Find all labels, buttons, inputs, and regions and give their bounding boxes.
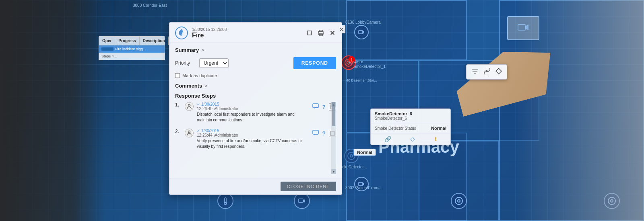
priority-label: Priority [175,60,195,66]
smoke-popup-warning-icon[interactable]: ℹ [435,136,437,142]
incident-row[interactable]: Fire incident trigg... [99,45,165,53]
step-2-content: ✓ 1/30/2015 12:26:44 \Administrator Veri… [197,129,309,149]
smoke-detector-popup: SmokeDetector_6 SmokeDetector_6 Smoke De… [370,108,451,145]
tab-oper[interactable]: Oper [99,37,115,45]
comments-label: Comments [175,83,202,89]
response-steps-label: Response Steps [175,93,336,99]
summary-label: Summary [175,47,199,53]
comments-arrow[interactable]: > [204,83,207,89]
svg-marker-26 [496,68,502,74]
respond-button[interactable]: RESPOND [293,57,336,69]
ncya-label: ácyAn. [348,60,359,64]
steps-indicator: Steps 4... [99,53,165,60]
bottom-icon-thermo[interactable] [217,193,233,209]
priority-row: Priority Urgent High Normal Low RESPOND [175,57,336,69]
step-1-content: ✓ 1/30/2015 12:26:40 \Administrator Disp… [197,102,309,123]
svg-rect-18 [313,104,318,108]
cam-label-corridor: 3000 Corridor-East [133,3,167,8]
modal-header: 1/30/2015 12:26:08 Fire ✕ [169,23,342,43]
normal-badge: Normal [353,149,376,156]
duplicate-row: Mark as duplicate [175,73,336,78]
camera-icon-lobby[interactable] [354,25,369,39]
svg-point-12 [181,34,182,36]
cam-label-lobby: 8136 LobbyCamera [345,20,381,25]
smokedet1-label: SmokeDetector_1 [353,64,386,69]
step-2-date: ✓ 1/30/2015 [197,129,309,133]
smoke-popup-title: SmokeDetector_6 [375,111,446,116]
modal-title: Fire [192,32,301,39]
progress-bar [101,47,114,51]
step-1-avatar [185,102,194,111]
step-2-user: 12:26:44 \Administrator [197,133,309,137]
svg-point-20 [188,131,190,133]
basementstor-label: 40 BasementStor... [346,78,377,82]
smoke-status-row: Smoke Detector Status Normal [375,126,446,131]
step-1-chat-icon[interactable] [312,103,319,110]
step-2-number: 2. [175,129,182,134]
smoke-popup-diamond-icon[interactable]: ◇ [411,136,415,142]
diamond-icon[interactable] [495,68,502,76]
duplicate-checkbox[interactable] [175,73,180,78]
step-2-avatar [185,129,194,137]
step-2: 2. ✓ 1/30/2015 12:26:44 \Administrator [175,129,336,149]
comments-row: Comments > [175,83,336,89]
svg-rect-21 [313,130,318,134]
svg-rect-16 [319,30,322,32]
svg-rect-0 [359,31,363,34]
outer-close-button[interactable]: ✕ [337,25,345,33]
step-1-text: Dispatch local first responders to inves… [197,112,309,123]
scroll-track: ▲ ▼ [331,102,336,174]
modal-close-button[interactable]: ✕ [328,29,336,37]
tab-progress[interactable]: Progress [115,37,139,45]
modal-body: Summary > Priority Urgent High Normal Lo… [169,43,342,178]
step-1-user: 12:26:40 \Administrator [197,106,309,111]
cam-label-patient: 8002 PatientExam-... [345,186,383,190]
person-right [515,0,644,221]
person-left [0,0,105,221]
scroll-thumb[interactable] [332,102,335,126]
svg-rect-8 [299,199,303,203]
duplicate-label: Mark as duplicate [182,73,217,78]
summary-row: Summary > [175,47,336,53]
tab-description[interactable]: Description [140,37,169,45]
modal-title-block: 1/30/2015 12:26:08 Fire [192,27,301,39]
summary-arrow[interactable]: > [201,47,204,53]
bottom-icon-target[interactable] [451,193,467,209]
fire-icon [175,27,188,39]
maximize-icon[interactable] [305,29,314,37]
step-2-chat-icon[interactable] [312,129,319,137]
svg-rect-6 [225,198,226,203]
modal-header-actions: ✕ [305,29,336,37]
step-2-text: Verify presence of fire and/or smoke, vi… [197,138,309,149]
smoke-popup-body: Smoke Detector Status Normal [371,123,450,133]
bottom-icon-camera2[interactable] [294,193,310,209]
modal-footer: CLOSE INCIDENT [169,178,342,194]
step-1-help-icon[interactable]: ? [322,104,326,110]
priority-select[interactable]: Urgent High Normal Low [199,58,229,68]
panel-list-header: Oper Progress Description [99,37,165,45]
incident-modal: 1/30/2015 12:26:08 Fire ✕ Summary [169,22,342,195]
step-1-date: ✓ 1/30/2015 [197,102,309,106]
smoke-popup-subtitle: SmokeDetector_6 [375,116,446,121]
toolbar-popup [466,64,507,80]
smoke-status-label: Smoke Detector Status [375,126,416,131]
svg-point-17 [188,104,190,106]
step-2-help-icon[interactable]: ? [322,130,326,137]
incident-row-text: Fire incident trigg... [115,47,162,51]
link-icon[interactable] [483,68,491,76]
step-1-number: 1. [175,102,182,108]
svg-rect-13 [308,31,312,35]
modal-datetime: 1/30/2015 12:26:08 [192,27,301,32]
svg-rect-4 [359,182,363,186]
smoke-status-value: Normal [431,126,446,131]
smoke-popup-link-icon[interactable]: 🔗 [384,136,391,142]
filter-icon[interactable] [471,68,479,76]
step-1: 1. ✓ 1/30/2015 12:26:40 \Administrator [175,102,336,123]
smoke-popup-header: SmokeDetector_6 SmokeDetector_6 [371,109,450,123]
steps-container: 1. ✓ 1/30/2015 12:26:40 \Administrator [175,102,336,174]
smoke-popup-footer: 🔗 ◇ ℹ [371,133,450,145]
panel-list: Oper Progress Description Fire incident … [99,36,165,60]
scroll-down[interactable]: ▼ [331,169,336,174]
close-incident-button[interactable]: CLOSE INCIDENT [281,182,336,191]
print-icon[interactable] [317,29,325,37]
